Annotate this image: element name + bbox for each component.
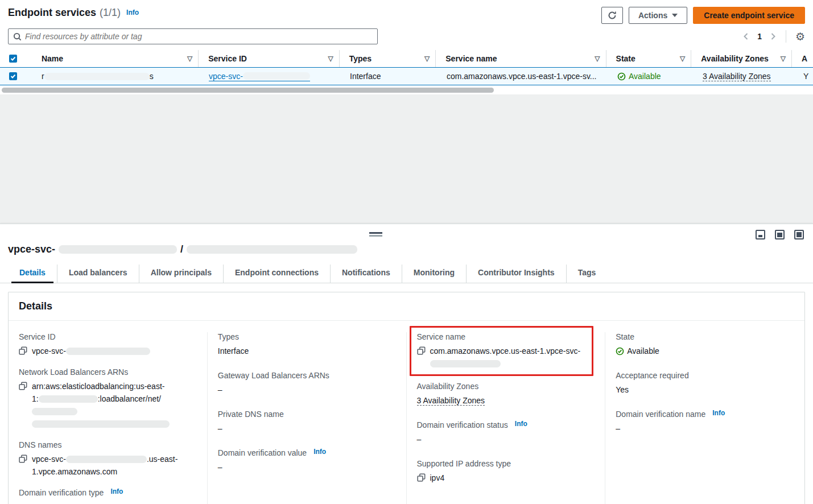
filter-icon[interactable]: ▽ bbox=[187, 55, 192, 63]
row-name-start: r bbox=[42, 72, 44, 81]
refresh-icon bbox=[608, 11, 617, 20]
domain-verification-value-info-link[interactable]: Info bbox=[313, 448, 326, 456]
availability-zones-detail-popover[interactable]: 3 Availability Zones bbox=[417, 396, 485, 406]
panel-size-medium-icon[interactable] bbox=[775, 230, 785, 239]
horizontal-scrollbar bbox=[0, 88, 813, 93]
dns-names-label: DNS names bbox=[19, 440, 196, 449]
column-header-name[interactable]: Name bbox=[42, 54, 63, 63]
filter-icon[interactable]: ▽ bbox=[595, 55, 600, 63]
tab-monitoring[interactable]: Monitoring bbox=[402, 265, 466, 283]
resource-count: (1/1) bbox=[100, 7, 121, 19]
status-available-icon bbox=[617, 72, 626, 81]
nlb-arns-label: Network Load Balancers ARNs bbox=[19, 367, 196, 377]
availability-zones-popover[interactable]: 3 Availability Zones bbox=[703, 72, 771, 81]
scrollbar-thumb[interactable] bbox=[2, 88, 494, 93]
table-header-row: Name▽ Service ID▽ Types▽ Service name▽ S… bbox=[0, 50, 813, 67]
page-header: Endpoint services (1/1) Info Actions Cre… bbox=[0, 0, 813, 24]
column-header-availability-zones[interactable]: Availability Zones bbox=[701, 54, 769, 63]
filter-icon[interactable]: ▽ bbox=[680, 55, 685, 63]
details-column-2: Types Interface Gateway Load Balancers A… bbox=[208, 332, 407, 504]
panel-size-small-icon[interactable] bbox=[756, 230, 765, 239]
glb-arns-label: Gateway Load Balancers ARNs bbox=[218, 371, 395, 380]
copy-icon[interactable] bbox=[19, 455, 27, 463]
preferences-gear-icon[interactable]: ⚙ bbox=[795, 31, 805, 42]
redacted-service-name-id bbox=[430, 360, 501, 367]
tab-allow-principals[interactable]: Allow principals bbox=[139, 265, 223, 283]
refresh-button[interactable] bbox=[601, 7, 623, 24]
panel-size-full-icon[interactable] bbox=[794, 230, 804, 239]
actions-button[interactable]: Actions bbox=[629, 7, 687, 24]
domain-verification-type-info-link[interactable]: Info bbox=[110, 488, 123, 495]
copy-icon[interactable] bbox=[417, 346, 426, 355]
acceptance-required-value: Yes bbox=[616, 383, 793, 396]
redacted-title-id bbox=[59, 245, 177, 254]
column-header-service-id[interactable]: Service ID bbox=[208, 54, 247, 63]
search-icon bbox=[13, 32, 22, 41]
types-value: Interface bbox=[218, 345, 395, 357]
panel-size-controls bbox=[756, 230, 804, 239]
supported-ip-label: Supported IP address type bbox=[417, 459, 594, 468]
tab-load-balancers[interactable]: Load balancers bbox=[57, 265, 139, 283]
search-box[interactable] bbox=[8, 28, 378, 44]
select-all-checkbox[interactable] bbox=[9, 55, 17, 63]
row-cell-service-name: com.amazonaws.vpce.us-east-1.vpce-sv... bbox=[437, 68, 608, 85]
domain-verification-value-label: Domain verification value bbox=[218, 448, 307, 457]
split-panel-drag-handle[interactable] bbox=[369, 232, 382, 237]
panel-title-separator: / bbox=[180, 243, 183, 255]
copy-icon[interactable] bbox=[19, 346, 27, 355]
nlb-arns-value: arn:aws:elasticloadbalancing:us-east- 1:… bbox=[32, 380, 196, 430]
dns-names-value: vpce-svc-.us-east- 1.vpce.amazonaws.com bbox=[32, 453, 178, 478]
redacted-account-id bbox=[39, 395, 98, 403]
page-prev-icon[interactable] bbox=[742, 32, 749, 40]
column-header-service-name[interactable]: Service name bbox=[445, 54, 497, 63]
details-column-3: Service name com.amazonaws.vpce.us-east-… bbox=[407, 332, 606, 504]
create-endpoint-service-button[interactable]: Create endpoint service bbox=[693, 7, 805, 24]
service-name-label: Service name bbox=[417, 332, 587, 341]
title-info-link[interactable]: Info bbox=[126, 9, 139, 16]
domain-verification-type-label: Domain verification type bbox=[19, 488, 104, 497]
copy-icon[interactable] bbox=[417, 473, 426, 482]
state-label: State bbox=[616, 332, 793, 341]
page-next-icon[interactable] bbox=[770, 32, 777, 40]
column-header-state[interactable]: State bbox=[616, 54, 635, 63]
tab-tags[interactable]: Tags bbox=[566, 265, 608, 283]
table-toolbar: 1 ⚙ bbox=[0, 24, 813, 44]
checkbox-check-icon bbox=[10, 73, 16, 79]
checkbox-check-icon bbox=[10, 56, 16, 61]
domain-verification-status-info-link[interactable]: Info bbox=[515, 420, 527, 428]
row-cell-state: Available bbox=[608, 68, 693, 85]
redacted-dns-id bbox=[66, 456, 147, 463]
tab-details[interactable]: Details bbox=[8, 265, 57, 283]
tab-endpoint-connections[interactable]: Endpoint connections bbox=[223, 265, 330, 283]
page-number[interactable]: 1 bbox=[757, 32, 762, 41]
service-id-link[interactable]: vpce-svc- bbox=[209, 72, 310, 81]
details-heading: Details bbox=[19, 300, 794, 312]
page-title: Endpoint services bbox=[8, 7, 96, 19]
panel-title: vpce-svc- / bbox=[8, 243, 805, 255]
acceptance-required-label: Acceptance required bbox=[616, 371, 793, 380]
split-panel: vpce-svc- / Details Load balancers Allow… bbox=[0, 224, 813, 504]
domain-verification-name-info-link[interactable]: Info bbox=[712, 409, 725, 417]
row-state-text: Available bbox=[629, 72, 661, 81]
table-row[interactable]: r s vpce-svc- Interface com.amazonaws.vp… bbox=[0, 67, 813, 85]
availability-zones-label: Availability Zones bbox=[417, 382, 594, 391]
supported-ip-value: ipv4 bbox=[430, 472, 445, 484]
redacted-service-id bbox=[243, 72, 310, 80]
row-cell-name: r s bbox=[32, 68, 199, 85]
filter-icon[interactable]: ▽ bbox=[424, 55, 430, 63]
filter-icon[interactable]: ▽ bbox=[781, 55, 786, 63]
row-cell-partial: Y bbox=[794, 68, 813, 85]
column-header-types[interactable]: Types bbox=[349, 54, 372, 63]
copy-icon[interactable] bbox=[19, 382, 27, 390]
tab-contributor-insights[interactable]: Contributor Insights bbox=[466, 265, 566, 283]
service-id-value: vpce-svc- bbox=[32, 346, 66, 356]
page-background bbox=[0, 94, 813, 224]
service-id-prefix: vpce-svc- bbox=[209, 72, 243, 81]
filter-icon[interactable]: ▽ bbox=[328, 55, 333, 63]
endpoint-services-table: Name▽ Service ID▽ Types▽ Service name▽ S… bbox=[0, 50, 813, 93]
row-checkbox[interactable] bbox=[9, 72, 17, 80]
search-input[interactable] bbox=[25, 32, 373, 41]
pager-divider bbox=[786, 30, 786, 43]
tab-notifications[interactable]: Notifications bbox=[330, 265, 402, 283]
row-cell-service-id: vpce-svc- bbox=[199, 68, 340, 85]
